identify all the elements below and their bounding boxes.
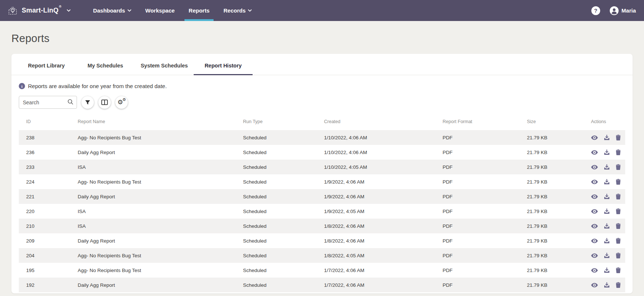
- cell-report-name: Daily Agg Report: [70, 189, 236, 204]
- delete-report-button[interactable]: [616, 135, 621, 140]
- search-icon[interactable]: [67, 99, 74, 105]
- cell-created: 1/8/2022, 4:06 AM: [317, 233, 435, 248]
- view-report-button[interactable]: [591, 209, 598, 214]
- view-report-button[interactable]: [591, 165, 598, 170]
- cell-size: 21.79 KB: [520, 233, 584, 248]
- view-report-button[interactable]: [591, 283, 598, 288]
- view-report-button[interactable]: [591, 135, 598, 140]
- nav-item-workspace[interactable]: Workspace: [138, 0, 182, 21]
- delete-report-button[interactable]: [616, 194, 621, 199]
- column-header-actions: Actions: [584, 117, 625, 130]
- cell-run-type: Scheduled: [236, 130, 317, 145]
- column-header-id[interactable]: ID: [19, 117, 70, 130]
- cell-run-type: Scheduled: [236, 248, 317, 263]
- download-report-button[interactable]: [604, 253, 610, 258]
- table-row: 210 ISA Scheduled 1/8/2022, 4:06 AM PDF …: [19, 219, 625, 233]
- brand-logo[interactable]: Smart-LinQ®: [7, 4, 71, 17]
- delete-report-button[interactable]: [616, 223, 621, 229]
- view-report-button[interactable]: [591, 224, 598, 229]
- download-report-button[interactable]: [604, 223, 610, 229]
- cell-report-name: Agg- No Recipients Bug Test: [70, 248, 236, 263]
- column-header-size[interactable]: Size: [520, 117, 584, 130]
- cell-actions: [584, 263, 625, 278]
- cell-id: 221: [19, 189, 70, 204]
- tab-report-history[interactable]: Report History: [194, 54, 253, 75]
- view-report-button[interactable]: [591, 150, 598, 155]
- delete-report-button[interactable]: [616, 179, 621, 185]
- download-report-button[interactable]: [604, 149, 610, 155]
- view-report-button[interactable]: [591, 180, 598, 184]
- view-report-button[interactable]: [591, 194, 598, 199]
- cell-report-format: PDF: [435, 130, 520, 145]
- column-header-created[interactable]: Created: [317, 117, 435, 130]
- cell-report-name: Agg- No Recipients Bug Test: [70, 174, 236, 189]
- column-header-run-type[interactable]: Run Type: [236, 117, 317, 130]
- filter-button[interactable]: [81, 96, 94, 109]
- cell-actions: [584, 130, 625, 145]
- column-header-report-format[interactable]: Report Format: [435, 117, 520, 130]
- user-avatar-icon: [610, 6, 619, 15]
- delete-report-button[interactable]: [616, 282, 621, 288]
- columns-icon: [101, 100, 108, 105]
- download-report-button[interactable]: [604, 267, 610, 273]
- download-report-button[interactable]: [604, 208, 610, 214]
- view-report-button[interactable]: [591, 268, 598, 273]
- view-report-button[interactable]: [591, 253, 598, 258]
- cell-size: 21.79 KB: [520, 160, 584, 174]
- cell-id: 209: [19, 233, 70, 248]
- columns-button[interactable]: [98, 96, 111, 109]
- column-header-report-name[interactable]: Report Name: [70, 117, 236, 130]
- view-report-button[interactable]: [591, 238, 598, 243]
- main-nav: Dashboards Workspace Reports Records: [86, 0, 259, 21]
- delete-report-button[interactable]: [616, 164, 621, 170]
- delete-report-button[interactable]: [616, 238, 621, 244]
- delete-report-button[interactable]: [616, 149, 621, 155]
- delete-report-button[interactable]: [616, 208, 621, 214]
- settings-button[interactable]: ⚙⚙: [115, 96, 128, 109]
- user-menu[interactable]: Maria: [610, 6, 636, 15]
- cell-run-type: Scheduled: [236, 189, 317, 204]
- download-report-button[interactable]: [604, 238, 610, 244]
- cell-actions: [584, 278, 625, 292]
- nav-item-reports[interactable]: Reports: [182, 0, 217, 21]
- download-report-button[interactable]: [604, 164, 610, 170]
- cell-report-format: PDF: [435, 160, 520, 174]
- cell-id: 195: [19, 263, 70, 278]
- cell-report-format: PDF: [435, 233, 520, 248]
- cell-id: 204: [19, 248, 70, 263]
- nav-item-dashboards[interactable]: Dashboards: [86, 0, 138, 21]
- cell-size: 21.79 KB: [520, 189, 584, 204]
- cell-size: 21.79 KB: [520, 174, 584, 189]
- help-icon[interactable]: ?: [591, 6, 600, 15]
- cell-actions: [584, 145, 625, 160]
- delete-report-button[interactable]: [616, 253, 621, 258]
- cell-run-type: Scheduled: [236, 145, 317, 160]
- report-history-table: ID Report Name Run Type Created Report F…: [19, 117, 625, 292]
- table-row: 220 ISA Scheduled 1/9/2022, 4:05 AM PDF …: [19, 204, 625, 219]
- cell-run-type: Scheduled: [236, 278, 317, 292]
- search-box: [19, 96, 77, 109]
- download-report-button[interactable]: [604, 194, 610, 199]
- cell-actions: [584, 174, 625, 189]
- nav-item-records[interactable]: Records: [217, 0, 259, 21]
- tab-system-schedules[interactable]: System Schedules: [135, 54, 194, 75]
- chevron-down-icon: [248, 9, 252, 12]
- tab-report-library[interactable]: Report Library: [17, 54, 76, 75]
- table-row: 204 Agg- No Recipients Bug Test Schedule…: [19, 248, 625, 263]
- download-report-button[interactable]: [604, 282, 610, 288]
- user-name: Maria: [622, 7, 636, 14]
- download-report-button[interactable]: [604, 135, 610, 140]
- tab-my-schedules[interactable]: My Schedules: [76, 54, 135, 75]
- download-report-button[interactable]: [604, 179, 610, 185]
- cell-id: 210: [19, 219, 70, 233]
- cell-size: 21.79 KB: [520, 130, 584, 145]
- cell-created: 1/10/2022, 4:06 AM: [317, 130, 435, 145]
- cell-report-format: PDF: [435, 219, 520, 233]
- cell-report-format: PDF: [435, 189, 520, 204]
- cell-size: 21.79 KB: [520, 204, 584, 219]
- cell-report-name: Daily Agg Report: [70, 278, 236, 292]
- nav-item-label: Dashboards: [93, 7, 125, 14]
- top-navbar: Smart-LinQ® Dashboards Workspace Reports…: [0, 0, 644, 21]
- cell-created: 1/7/2022, 4:06 AM: [317, 263, 435, 278]
- delete-report-button[interactable]: [616, 267, 621, 273]
